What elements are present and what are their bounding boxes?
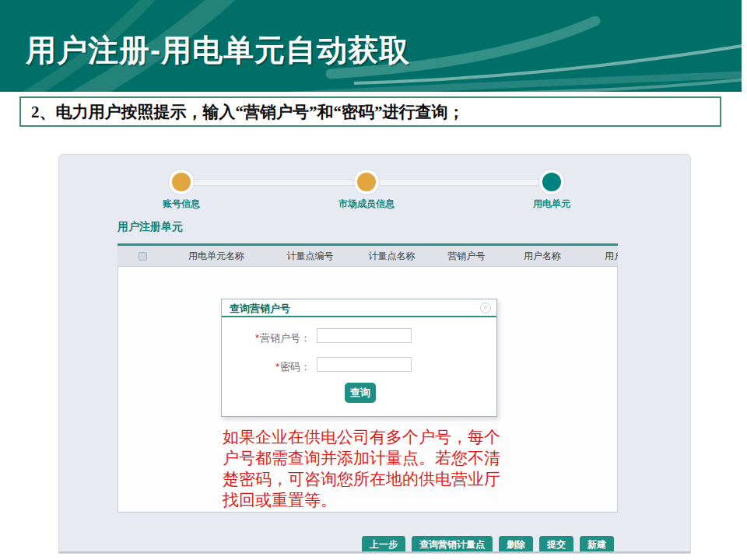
step-label-market-member-info: 市场成员信息 bbox=[312, 198, 421, 211]
dialog-titlebar: 查询营销户号 × bbox=[222, 299, 496, 317]
step-market-member-info bbox=[353, 169, 380, 195]
step-label-power-unit: 用电单元 bbox=[497, 198, 606, 211]
app-screenshot: 账号信息 市场成员信息 用电单元 用户注册单元 用电单元名称 计量点编号 计量点… bbox=[58, 154, 691, 554]
column-header-user-name: 用户名称 bbox=[504, 246, 580, 266]
step-dot-icon bbox=[357, 173, 376, 191]
step-power-unit bbox=[538, 169, 565, 195]
required-asterisk: * bbox=[255, 332, 259, 344]
instruction-box: 2、电力用户按照提示，输入“营销户号”和“密码”进行查询； bbox=[19, 96, 721, 127]
table-header-checkbox-cell bbox=[117, 246, 167, 266]
bottom-divider bbox=[59, 551, 691, 553]
slide: 用户注册-用电单元自动获取 2、电力用户按照提示，输入“营销户号”和“密码”进行… bbox=[0, 0, 747, 560]
instruction-text: 2、电力用户按照提示，输入“营销户号”和“密码”进行查询； bbox=[21, 101, 465, 123]
column-header-metering-point-name: 计量点名称 bbox=[355, 246, 429, 266]
slide-title: 用户注册-用电单元自动获取 bbox=[26, 30, 410, 72]
step-dot-icon bbox=[172, 173, 191, 191]
column-header-metering-point-number: 计量点编号 bbox=[265, 246, 355, 266]
required-asterisk: * bbox=[275, 361, 279, 373]
column-header-user-address: 用户地址 bbox=[580, 246, 618, 266]
step-account-info bbox=[168, 169, 195, 195]
table-header-row: 用电单元名称 计量点编号 计量点名称 营销户号 用户名称 用户地址 bbox=[117, 246, 618, 267]
query-button[interactable]: 查询 bbox=[345, 383, 376, 403]
step-dot-icon bbox=[542, 173, 561, 191]
column-header-marketing-account: 营销户号 bbox=[429, 246, 504, 266]
query-marketing-account-dialog: 查询营销户号 × *营销户号： *密码： 查询 bbox=[221, 299, 497, 417]
column-header-unit-name: 用电单元名称 bbox=[167, 246, 265, 266]
dialog-title: 查询营销户号 bbox=[230, 302, 290, 316]
slide-header: 用户注册-用电单元自动获取 bbox=[0, 0, 742, 92]
marketing-account-label: *营销户号： bbox=[222, 331, 310, 345]
note-text: 如果企业在供电公司有多个户号，每个 户号都需查询并添加计量点。若您不清 楚密码，… bbox=[223, 427, 565, 511]
password-label: *密码： bbox=[222, 360, 310, 374]
password-input[interactable] bbox=[317, 357, 412, 372]
select-all-checkbox[interactable] bbox=[139, 252, 147, 261]
close-icon[interactable]: × bbox=[480, 303, 491, 313]
step-label-account-info: 账号信息 bbox=[127, 198, 236, 211]
marketing-account-input[interactable] bbox=[317, 328, 412, 343]
section-title: 用户注册单元 bbox=[117, 220, 183, 234]
